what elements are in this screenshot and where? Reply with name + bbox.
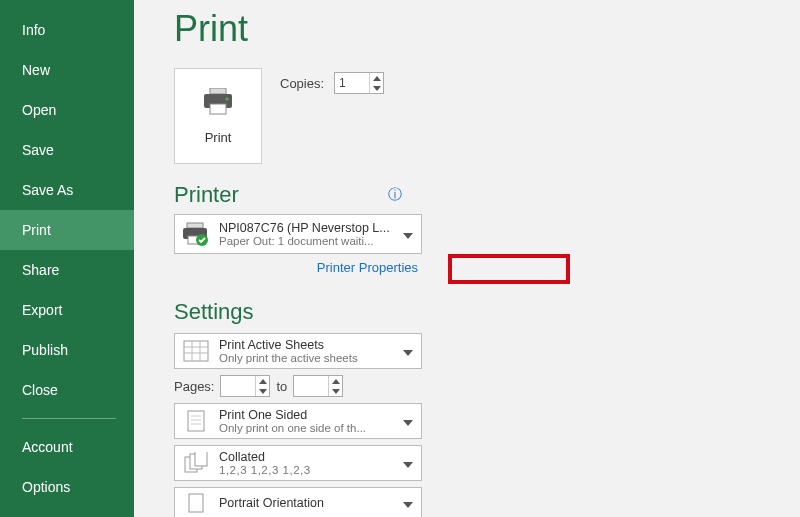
svg-rect-0 — [210, 88, 226, 94]
svg-rect-11 — [184, 341, 208, 361]
pages-to-down-icon[interactable] — [329, 386, 342, 396]
print-button[interactable]: Print — [174, 68, 262, 164]
svg-marker-29 — [403, 462, 413, 468]
sidebar-item-save[interactable]: Save — [0, 130, 134, 170]
pages-from-up-icon[interactable] — [256, 376, 269, 386]
sheets-icon — [181, 340, 211, 362]
pages-to-up-icon[interactable] — [329, 376, 342, 386]
copies-value[interactable]: 1 — [335, 73, 369, 93]
sidebar-item-save-as[interactable]: Save As — [0, 170, 134, 210]
print-what-line2: Only print the active sheets — [219, 352, 393, 364]
collated-dropdown[interactable]: Collated 1,2,3 1,2,3 1,2,3 — [174, 445, 422, 481]
pages-from-value[interactable] — [221, 376, 255, 396]
svg-marker-17 — [259, 379, 267, 384]
backstage-main: Print Print Copies: 1 — [134, 0, 800, 517]
svg-rect-3 — [210, 104, 226, 114]
sidebar-divider — [22, 418, 116, 419]
sidebar-item-open[interactable]: Open — [0, 90, 134, 130]
copies-stepper[interactable]: 1 — [334, 72, 384, 94]
svg-rect-30 — [189, 494, 203, 512]
sided-dropdown[interactable]: Print One Sided Only print on one side o… — [174, 403, 422, 439]
svg-marker-4 — [373, 76, 381, 81]
sidebar-item-info[interactable]: Info — [0, 10, 134, 50]
printer-status-icon — [181, 221, 211, 247]
sided-line2: Only print on one side of th... — [219, 422, 393, 434]
pages-from-down-icon[interactable] — [256, 386, 269, 396]
sidebar-item-publish[interactable]: Publish — [0, 330, 134, 370]
svg-marker-10 — [403, 233, 413, 239]
printer-status: Paper Out: 1 document waiti... — [219, 235, 393, 247]
pages-to-label: to — [276, 379, 287, 394]
copies-down-icon[interactable] — [370, 83, 383, 93]
page-title: Print — [174, 8, 800, 50]
backstage-sidebar: Info New Open Save Save As Print Share E… — [0, 0, 134, 517]
annotation-highlight — [448, 254, 570, 284]
svg-rect-6 — [187, 223, 203, 228]
printer-dropdown[interactable]: NPI087C76 (HP Neverstop L... Paper Out: … — [174, 214, 422, 254]
info-icon[interactable]: ⓘ — [388, 186, 402, 204]
printer-icon — [200, 88, 236, 120]
svg-marker-16 — [403, 350, 413, 356]
svg-rect-28 — [195, 452, 207, 466]
chevron-down-icon — [401, 494, 415, 512]
collated-line2: 1,2,3 1,2,3 1,2,3 — [219, 464, 393, 476]
sidebar-item-print[interactable]: Print — [0, 210, 134, 250]
orientation-dropdown[interactable]: Portrait Orientation — [174, 487, 422, 517]
svg-marker-20 — [332, 389, 340, 394]
page-icon — [181, 409, 211, 433]
svg-point-2 — [225, 97, 228, 100]
collated-line1: Collated — [219, 450, 393, 464]
pages-to-value[interactable] — [294, 376, 328, 396]
pages-from-stepper[interactable] — [220, 375, 270, 397]
copies-label: Copies: — [280, 76, 324, 91]
svg-rect-21 — [188, 411, 204, 431]
svg-marker-18 — [259, 389, 267, 394]
portrait-icon — [181, 492, 211, 514]
printer-properties-link[interactable]: Printer Properties — [313, 254, 422, 281]
sidebar-item-options[interactable]: Options — [0, 467, 134, 507]
chevron-down-icon — [401, 225, 415, 243]
sidebar-item-export[interactable]: Export — [0, 290, 134, 330]
collated-icon — [181, 452, 211, 474]
chevron-down-icon — [401, 412, 415, 430]
print-button-label: Print — [205, 130, 232, 145]
svg-marker-5 — [373, 86, 381, 91]
orientation-line1: Portrait Orientation — [219, 496, 393, 510]
print-what-dropdown[interactable]: Print Active Sheets Only print the activ… — [174, 333, 422, 369]
copies-up-icon[interactable] — [370, 73, 383, 83]
sided-line1: Print One Sided — [219, 408, 393, 422]
printer-name: NPI087C76 (HP Neverstop L... — [219, 221, 393, 235]
svg-marker-25 — [403, 420, 413, 426]
sidebar-item-close[interactable]: Close — [0, 370, 134, 410]
pages-to-stepper[interactable] — [293, 375, 343, 397]
chevron-down-icon — [401, 454, 415, 472]
sidebar-item-share[interactable]: Share — [0, 250, 134, 290]
print-what-line1: Print Active Sheets — [219, 338, 393, 352]
printer-section-title: Printer — [174, 182, 239, 208]
svg-marker-31 — [403, 502, 413, 508]
chevron-down-icon — [401, 342, 415, 360]
sidebar-item-new[interactable]: New — [0, 50, 134, 90]
pages-label: Pages: — [174, 379, 214, 394]
sidebar-item-account[interactable]: Account — [0, 427, 134, 467]
settings-section-title: Settings — [174, 299, 800, 325]
svg-marker-19 — [332, 379, 340, 384]
